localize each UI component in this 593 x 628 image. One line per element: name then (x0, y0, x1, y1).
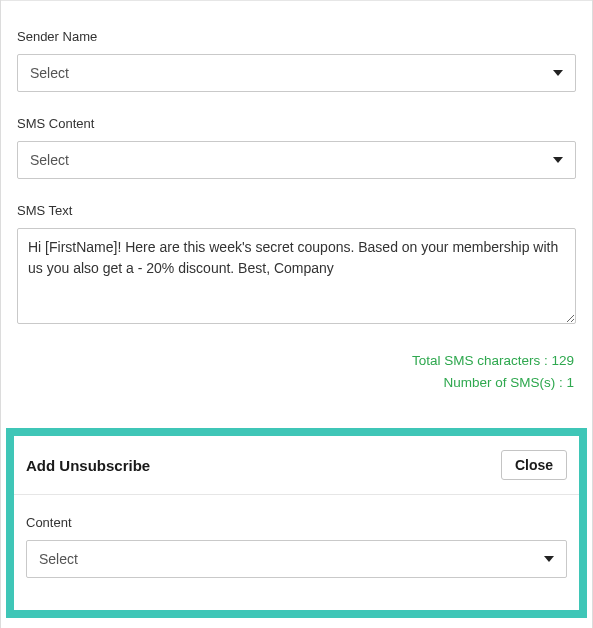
sender-name-select[interactable]: Select (17, 54, 576, 92)
unsubscribe-content-selected-text: Select (39, 551, 78, 567)
form-container: Sender Name Select SMS Content Select SM… (0, 0, 593, 628)
panel-body: Content Select (14, 495, 579, 610)
panel-title: Add Unsubscribe (26, 457, 150, 474)
total-characters-label: Total SMS characters : (412, 353, 548, 368)
sender-name-selected-text: Select (30, 65, 69, 81)
sender-name-label: Sender Name (17, 29, 576, 44)
close-button[interactable]: Close (501, 450, 567, 480)
number-sms-value: 1 (566, 375, 574, 390)
sender-name-field: Sender Name Select (17, 29, 576, 92)
main-form: Sender Name Select SMS Content Select SM… (1, 0, 592, 393)
sms-content-selected-text: Select (30, 152, 69, 168)
panel-header: Add Unsubscribe Close (14, 436, 579, 495)
sms-content-select[interactable]: Select (17, 141, 576, 179)
caret-down-icon (544, 556, 554, 562)
number-sms-line: Number of SMS(s) : 1 (17, 372, 574, 394)
sms-text-field: SMS Text (17, 203, 576, 328)
sms-content-label: SMS Content (17, 116, 576, 131)
sms-text-label: SMS Text (17, 203, 576, 218)
caret-down-icon (553, 70, 563, 76)
total-characters-line: Total SMS characters : 129 (17, 350, 574, 372)
number-sms-label: Number of SMS(s) : (443, 375, 562, 390)
unsubscribe-content-label: Content (26, 515, 567, 530)
unsubscribe-content-select[interactable]: Select (26, 540, 567, 578)
caret-down-icon (553, 157, 563, 163)
total-characters-value: 129 (551, 353, 574, 368)
sms-content-field: SMS Content Select (17, 116, 576, 179)
sms-text-textarea[interactable] (17, 228, 576, 324)
add-unsubscribe-panel: Add Unsubscribe Close Content Select (6, 428, 587, 618)
sms-stats: Total SMS characters : 129 Number of SMS… (17, 350, 576, 393)
